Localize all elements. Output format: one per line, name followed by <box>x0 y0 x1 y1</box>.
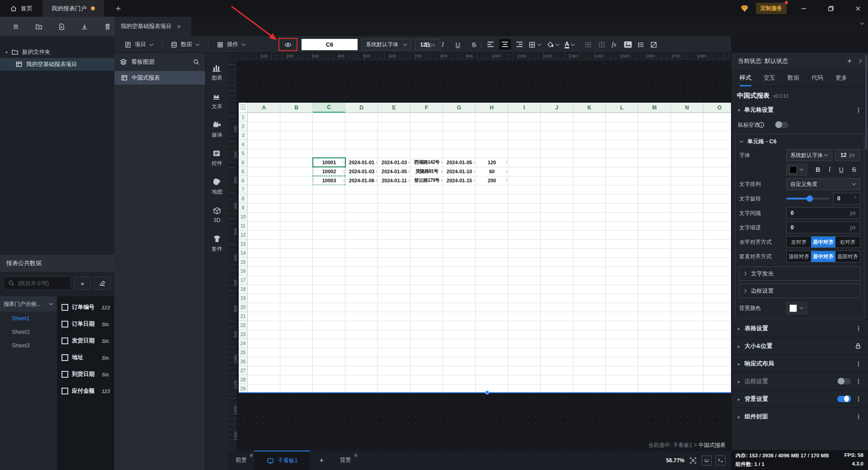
data-cell[interactable]: 2024-01-10↓ <box>443 167 476 176</box>
palette-item-map[interactable]: 地图 <box>206 172 228 201</box>
project-document-tab[interactable]: 我的空基础报表项目 × <box>114 17 191 36</box>
section-边框设置[interactable]: ▸边框设置⋮ <box>731 372 868 390</box>
kebab-icon[interactable]: ⋮ <box>855 413 862 420</box>
column-header-M[interactable]: M <box>638 103 671 113</box>
column-header-K[interactable]: K <box>573 103 606 113</box>
section-toggle[interactable] <box>837 396 851 402</box>
chinese-report-component[interactable]: ABCDEFGHIJKLMNO 123456667891011121314151… <box>239 103 731 393</box>
gem-icon[interactable] <box>741 5 749 12</box>
row-header[interactable]: 2 <box>239 122 248 131</box>
data-cell[interactable]: 120↓ <box>476 158 508 167</box>
underline-button[interactable]: U <box>456 41 460 48</box>
home-tab[interactable]: 首页 <box>0 0 42 17</box>
row-header[interactable]: 19 <box>239 294 248 303</box>
close-tab-icon[interactable]: × <box>177 23 181 30</box>
palette-item-cube[interactable]: 3D <box>206 201 228 229</box>
row-header[interactable]: 14 <box>239 248 248 257</box>
font-color-button[interactable]: A <box>565 40 575 49</box>
custom-service-button[interactable]: 定制服务 <box>756 3 787 14</box>
row-header[interactable]: 5 <box>239 149 248 158</box>
field-row[interactable]: 应付金额123 <box>57 383 114 399</box>
search-icon[interactable] <box>193 58 200 66</box>
collapse-toolbar-icon[interactable] <box>860 22 864 25</box>
text-indent-input[interactable]: 0 px <box>786 222 860 233</box>
data-cell[interactable]: 2024-01-03↓ <box>345 167 378 176</box>
data-cell[interactable]: 2024-01-01↓ <box>345 158 378 167</box>
tab-交互[interactable]: 交互 <box>764 69 775 86</box>
cell-group-header[interactable]: 单元格 - C6 <box>736 135 864 148</box>
section-表格设置[interactable]: ▸表格设置⋮ <box>731 319 868 337</box>
column-header-A[interactable]: A <box>248 103 280 113</box>
data-cell[interactable]: 200↓ <box>476 176 508 185</box>
panel-scrollbar[interactable] <box>865 55 867 150</box>
field-checkbox[interactable] <box>61 371 68 378</box>
portal-tab[interactable]: 我的报表门户 <box>42 0 104 17</box>
section-响应式布局[interactable]: ▸响应式布局⋮ <box>731 355 868 372</box>
row-header[interactable]: 29 <box>239 384 248 393</box>
slider-knob[interactable] <box>807 195 813 202</box>
import-icon[interactable] <box>81 23 88 30</box>
column-header-F[interactable]: F <box>410 103 443 113</box>
row-header[interactable]: 9 <box>239 203 248 212</box>
new-file-icon[interactable] <box>58 23 65 30</box>
halign-option[interactable]: 左对齐 <box>787 237 811 247</box>
data-cell[interactable]: 2024-01-03↓ <box>378 158 410 167</box>
menu-project[interactable]: 项目 <box>116 41 162 48</box>
resize-handle-bottom[interactable] <box>485 390 489 394</box>
kebab-icon[interactable]: ⋮ <box>855 378 862 385</box>
field-checkbox[interactable] <box>61 354 68 361</box>
insert-image-button[interactable] <box>624 40 632 49</box>
hamburger-menu-icon[interactable] <box>12 23 19 30</box>
borders-button[interactable] <box>528 40 542 49</box>
row-header[interactable]: 11 <box>239 221 248 230</box>
cell-italic-button[interactable]: I <box>829 166 831 173</box>
design-canvas[interactable]: 1002003004005006007008009001000110012001… <box>228 53 731 450</box>
row-header[interactable]: 18 <box>239 285 248 294</box>
kebab-icon[interactable]: ⋮ <box>855 325 862 332</box>
data-cell[interactable]: 2024-01-15↓ <box>443 176 476 185</box>
add-dataset-button[interactable]: + <box>74 276 91 290</box>
row-header[interactable]: 3 <box>239 131 248 140</box>
tree-folder-row[interactable]: ▾ 新的文件夹 <box>0 46 114 58</box>
data-cell[interactable]: 2024-01-05↓ <box>443 158 476 167</box>
column-header-B[interactable]: B <box>280 103 313 113</box>
layer-item[interactable]: 中国式报表 <box>114 71 205 85</box>
field-row[interactable]: 发货日期Str. <box>57 332 114 349</box>
keyboard-icon[interactable] <box>702 456 712 465</box>
cell-font-size[interactable]: 12 px <box>835 149 860 161</box>
menu-operate[interactable]: 操作 <box>208 41 254 48</box>
row-header[interactable]: 10 <box>239 212 248 221</box>
data-cell[interactable]: 2024-01-06↓ <box>345 176 378 185</box>
halign-option[interactable]: 右对齐 <box>835 237 860 247</box>
foreground-button[interactable]: 前景 ⊕ <box>228 451 254 470</box>
column-header-G[interactable]: G <box>443 103 476 113</box>
search-input[interactable]: (区分大小写) <box>4 276 71 290</box>
palette-item-text[interactable]: 文本 <box>206 87 228 115</box>
row-header[interactable]: 17 <box>239 275 248 285</box>
tab-数据[interactable]: 数据 <box>788 69 799 86</box>
column-header-N[interactable]: N <box>671 103 703 113</box>
cell-strikethrough-button[interactable]: S <box>852 166 856 173</box>
text-rotate-slider[interactable] <box>786 198 830 199</box>
restore-button[interactable] <box>821 0 841 17</box>
mouse-through-toggle[interactable] <box>775 122 788 128</box>
row-header[interactable]: 6 <box>239 167 248 176</box>
column-header-J[interactable]: J <box>541 103 573 113</box>
row-header[interactable]: 6 <box>239 158 248 167</box>
trash-icon[interactable] <box>104 23 111 30</box>
data-cell[interactable]: 10001↓ <box>313 158 345 167</box>
valign-option[interactable]: 顶部对齐 <box>787 251 811 262</box>
edit-dataset-button[interactable] <box>94 276 111 290</box>
column-header-I[interactable]: I <box>508 103 541 113</box>
field-row[interactable]: 订单日期Str. <box>57 316 114 332</box>
board-tab-active[interactable]: 子看板1 <box>254 451 310 470</box>
field-checkbox[interactable] <box>61 321 68 328</box>
strikethrough-button[interactable]: S <box>472 41 476 48</box>
field-row[interactable]: 到货日期Str. <box>57 366 114 383</box>
new-folder-icon[interactable] <box>35 23 42 30</box>
preview-eye-button[interactable] <box>278 38 297 51</box>
formula-button[interactable]: fx <box>612 40 616 49</box>
sheet-drag-handle-icon[interactable] <box>239 103 248 113</box>
align-center-button[interactable] <box>499 39 511 50</box>
row-header[interactable]: 22 <box>239 321 248 330</box>
